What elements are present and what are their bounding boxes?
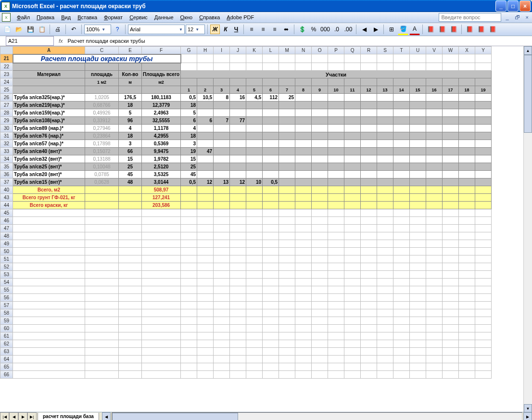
col-header-P[interactable]: P bbox=[328, 47, 344, 54]
row-header-53[interactable]: 53 bbox=[0, 271, 13, 279]
cell[interactable] bbox=[459, 340, 475, 348]
cell[interactable] bbox=[312, 286, 328, 294]
cell[interactable] bbox=[181, 279, 197, 286]
cell[interactable] bbox=[214, 209, 230, 217]
cell-total[interactable]: 1,9782 bbox=[142, 155, 181, 163]
cell[interactable] bbox=[197, 363, 214, 371]
help-button[interactable]: ? bbox=[112, 24, 123, 35]
cell[interactable] bbox=[13, 325, 85, 332]
cell-section[interactable]: 5 bbox=[181, 109, 197, 117]
cell[interactable] bbox=[377, 225, 393, 232]
col-header-L[interactable]: L bbox=[263, 47, 279, 54]
cell[interactable] bbox=[197, 279, 214, 286]
cell[interactable] bbox=[181, 348, 197, 356]
cell-section[interactable] bbox=[246, 125, 263, 132]
cell[interactable] bbox=[197, 371, 214, 379]
cell-section[interactable] bbox=[361, 94, 377, 102]
cell[interactable] bbox=[443, 248, 459, 255]
cell[interactable] bbox=[230, 209, 246, 217]
cell-section[interactable] bbox=[214, 163, 230, 171]
cell[interactable] bbox=[344, 217, 361, 225]
cell-section[interactable] bbox=[312, 171, 328, 178]
col-header-J[interactable]: J bbox=[230, 47, 246, 54]
cell-section[interactable] bbox=[230, 125, 246, 132]
cell-qty[interactable]: 4 bbox=[119, 125, 142, 132]
cell[interactable] bbox=[344, 309, 361, 317]
cell[interactable] bbox=[344, 263, 361, 271]
cell[interactable] bbox=[197, 302, 214, 309]
cell-section[interactable] bbox=[344, 102, 361, 109]
cell-section[interactable] bbox=[459, 132, 475, 140]
cell[interactable] bbox=[142, 225, 181, 232]
cell-section[interactable] bbox=[393, 102, 410, 109]
cell-section[interactable] bbox=[279, 171, 295, 178]
cell[interactable] bbox=[312, 309, 328, 317]
cell[interactable] bbox=[85, 263, 119, 271]
cell[interactable] bbox=[142, 279, 181, 286]
cell[interactable] bbox=[344, 286, 361, 294]
cell[interactable] bbox=[312, 263, 328, 271]
cell-section[interactable] bbox=[295, 102, 312, 109]
cell-section[interactable] bbox=[328, 163, 344, 171]
cell-section[interactable] bbox=[279, 178, 295, 186]
cell-section[interactable] bbox=[377, 155, 393, 163]
cell[interactable] bbox=[328, 348, 344, 356]
cell[interactable] bbox=[85, 255, 119, 263]
tab-next[interactable]: ▶ bbox=[18, 412, 27, 420]
cell[interactable] bbox=[459, 363, 475, 371]
cell[interactable] bbox=[197, 255, 214, 263]
cell[interactable] bbox=[410, 294, 426, 302]
cell-section[interactable] bbox=[377, 163, 393, 171]
cell[interactable] bbox=[214, 332, 230, 340]
cell-qty[interactable]: 18 bbox=[119, 132, 142, 140]
cell[interactable] bbox=[377, 356, 393, 363]
cell[interactable] bbox=[13, 286, 85, 294]
cell[interactable] bbox=[361, 325, 377, 332]
cell[interactable] bbox=[197, 340, 214, 348]
cell[interactable] bbox=[459, 225, 475, 232]
cell-section[interactable] bbox=[328, 117, 344, 125]
col-header-F[interactable]: F bbox=[142, 47, 181, 54]
cell[interactable] bbox=[344, 371, 361, 379]
row-header-51[interactable]: 51 bbox=[0, 255, 13, 263]
cell[interactable] bbox=[328, 248, 344, 255]
pdf-button-6[interactable]: 📕 bbox=[487, 24, 498, 35]
cell[interactable] bbox=[459, 325, 475, 332]
cell-section[interactable] bbox=[475, 148, 492, 155]
row-header-26[interactable]: 26 bbox=[0, 94, 13, 102]
cell-section[interactable]: 18 bbox=[181, 132, 197, 140]
cell[interactable] bbox=[230, 340, 246, 348]
cell-section[interactable] bbox=[344, 109, 361, 117]
cell[interactable] bbox=[312, 340, 328, 348]
cell-qty[interactable]: 176,5 bbox=[119, 94, 142, 102]
cell[interactable] bbox=[393, 294, 410, 302]
cell[interactable] bbox=[246, 255, 263, 263]
cell[interactable] bbox=[13, 209, 85, 217]
cell-section[interactable] bbox=[279, 140, 295, 148]
cell[interactable] bbox=[263, 263, 279, 271]
doc-minimize[interactable]: _ bbox=[504, 14, 510, 20]
cell[interactable] bbox=[361, 209, 377, 217]
cell[interactable] bbox=[377, 317, 393, 325]
cell[interactable] bbox=[263, 248, 279, 255]
cell-section[interactable]: 47 bbox=[197, 148, 214, 155]
cell[interactable] bbox=[85, 225, 119, 232]
hscroll-track[interactable] bbox=[112, 412, 522, 420]
cell[interactable] bbox=[230, 248, 246, 255]
cell-section[interactable] bbox=[443, 102, 459, 109]
cell[interactable] bbox=[426, 332, 443, 340]
cell-section[interactable] bbox=[344, 140, 361, 148]
cell[interactable] bbox=[263, 225, 279, 232]
cell-section[interactable] bbox=[475, 171, 492, 178]
cell-section[interactable] bbox=[393, 178, 410, 186]
cell[interactable] bbox=[475, 279, 492, 286]
cell-section[interactable] bbox=[295, 148, 312, 155]
cell-total[interactable]: 4,2955 bbox=[142, 132, 181, 140]
cell[interactable] bbox=[214, 232, 230, 240]
cell-qty[interactable]: 5 bbox=[119, 109, 142, 117]
cell[interactable] bbox=[279, 255, 295, 263]
hdr-sections[interactable]: Участки bbox=[181, 71, 492, 78]
col-header-E[interactable]: E bbox=[119, 47, 142, 54]
cell-section[interactable] bbox=[459, 171, 475, 178]
row-header-48[interactable]: 48 bbox=[0, 232, 13, 240]
